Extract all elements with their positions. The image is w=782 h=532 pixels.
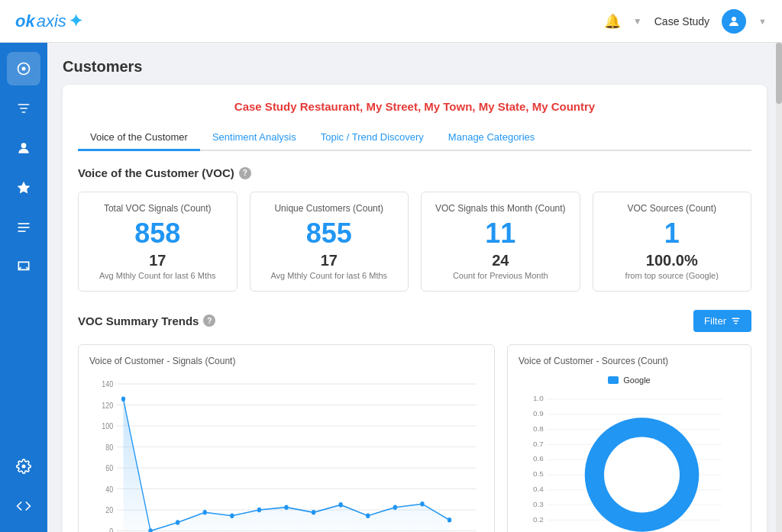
logo-axis: axis (37, 11, 66, 31)
app-logo: okaxis ✦ (15, 11, 82, 31)
metric-month-value: 11 (434, 218, 567, 249)
svg-rect-5 (18, 227, 30, 228)
svg-point-28 (203, 510, 207, 515)
svg-text:80: 80 (105, 443, 113, 452)
svg-text:140: 140 (102, 379, 113, 389)
svg-marker-24 (123, 398, 449, 530)
svg-text:0.7: 0.7 (533, 439, 544, 447)
legend-google-label: Google (623, 376, 650, 385)
restaurant-title: Case Study Restaurant, My Street, My Tow… (78, 100, 751, 113)
signals-chart-title: Voice of Customer - Signals (Count) (89, 356, 483, 366)
metric-unique-value: 855 (263, 218, 396, 249)
header-right: 🔔 ▼ Case Study ▼ (604, 9, 767, 34)
metric-unique-desc: Avg Mthly Count for last 6 Mths (263, 271, 396, 280)
main-content: Customers Case Study Restaurant, My Stre… (47, 43, 782, 532)
svg-point-2 (22, 67, 26, 71)
donut-chart-svg: 1.0 0.9 0.8 0.7 0.6 0.5 0.4 0.3 0.2 0.1 … (519, 391, 740, 532)
sidebar-item-filter[interactable] (7, 92, 40, 125)
svg-text:20: 20 (105, 505, 113, 514)
sidebar-item-settings[interactable] (7, 450, 40, 483)
svg-point-32 (312, 510, 315, 515)
case-study-label: Case Study (654, 15, 709, 27)
svg-text:0.4: 0.4 (533, 485, 544, 493)
svg-point-27 (176, 520, 179, 525)
svg-text:1.0: 1.0 (533, 394, 544, 402)
svg-text:0.8: 0.8 (533, 424, 544, 432)
svg-point-30 (257, 507, 261, 512)
svg-text:120: 120 (102, 401, 113, 410)
sidebar-item-messages[interactable] (7, 250, 40, 284)
sidebar-item-dashboard[interactable] (7, 52, 40, 85)
svg-point-36 (420, 501, 424, 507)
content-card: Case Study Restaurant, My Street, My Tow… (63, 85, 767, 532)
metric-total-voc-value: 858 (91, 218, 225, 249)
line-chart-svg: 140 120 100 80 60 40 20 0 (89, 376, 483, 532)
help-icon[interactable]: ? (239, 167, 251, 179)
metrics-row: Total VOC Signals (Count) 858 17 Avg Mth… (78, 192, 751, 292)
metric-voc-month: VOC Signals this Month (Count) 11 24 Cou… (421, 192, 580, 292)
metric-sources-label: VOC Sources (Count) (606, 203, 739, 214)
svg-text:0.2: 0.2 (533, 514, 544, 523)
donut-chart-container: 1.0 0.9 0.8 0.7 0.6 0.5 0.4 0.3 0.2 0.1 … (519, 391, 740, 532)
sidebar (0, 43, 47, 532)
svg-point-35 (393, 505, 397, 510)
svg-rect-4 (18, 223, 30, 224)
user-avatar[interactable] (722, 9, 746, 34)
metric-sources-value: 1 (606, 218, 739, 249)
svg-point-34 (366, 513, 370, 518)
voc-section-title: Voice of the Customer (VOC) ? (78, 166, 751, 179)
svg-point-0 (732, 17, 736, 21)
scrollbar-track[interactable] (776, 43, 782, 532)
bell-icon[interactable]: 🔔 (604, 13, 621, 30)
svg-text:60: 60 (105, 463, 113, 472)
filter-button[interactable]: Filter (693, 310, 751, 332)
voc-summary-help-icon[interactable]: ? (203, 314, 215, 327)
voc-summary-header: VOC Summary Trends ? Filter (78, 310, 751, 332)
signals-chart-card: Voice of Customer - Signals (Count) 14 (78, 344, 495, 532)
donut-legend: Google (519, 376, 740, 385)
page-title: Customers (63, 58, 767, 76)
sources-chart-title: Voice of Customer - Sources (Count) (519, 356, 740, 366)
svg-text:100: 100 (102, 421, 113, 430)
metric-unique-customers: Unique Customers (Count) 855 17 Avg Mthl… (250, 192, 409, 292)
svg-point-25 (121, 396, 125, 401)
metric-sources-sub: 100.0% (606, 252, 739, 269)
scrollbar-thumb[interactable] (776, 43, 782, 104)
sidebar-item-favorites[interactable] (7, 171, 40, 205)
svg-point-3 (21, 143, 27, 148)
metric-sources-desc: from top source (Google) (606, 271, 739, 280)
svg-text:0.5: 0.5 (533, 469, 544, 478)
svg-point-7 (22, 465, 26, 469)
tab-manage-categories[interactable]: Manage Categories (436, 125, 547, 151)
svg-point-37 (448, 517, 451, 522)
svg-text:0.3: 0.3 (533, 499, 544, 508)
tabs: Voice of the Customer Sentiment Analysis… (78, 125, 751, 151)
metric-month-sub: 24 (434, 252, 567, 269)
metric-month-desc: Count for Previous Month (434, 271, 567, 280)
metric-unique-label: Unique Customers (Count) (263, 203, 396, 214)
voc-summary-title: VOC Summary Trends ? (78, 314, 215, 327)
metric-month-label: VOC Signals this Month (Count) (434, 203, 567, 214)
metric-total-voc-sub: 17 (91, 252, 225, 269)
metric-voc-sources: VOC Sources (Count) 1 100.0% from top so… (593, 192, 752, 292)
svg-point-33 (339, 502, 343, 508)
svg-text:0.9: 0.9 (533, 409, 544, 418)
sidebar-item-user[interactable] (7, 131, 40, 165)
legend-google-color (608, 376, 619, 384)
sidebar-item-list[interactable] (7, 211, 40, 244)
sources-chart-card: Voice of Customer - Sources (Count) Goog… (507, 344, 751, 532)
line-chart-container: 140 120 100 80 60 40 20 0 (89, 376, 483, 532)
metric-total-voc-label: Total VOC Signals (Count) (91, 203, 225, 214)
svg-text:0: 0 (109, 527, 113, 532)
tab-topic-trend[interactable]: Topic / Trend Discovery (309, 125, 436, 151)
tab-sentiment[interactable]: Sentiment Analysis (200, 125, 309, 151)
svg-text:0.6: 0.6 (533, 454, 544, 463)
metric-total-voc-desc: Avg Mthly Count for last 6 Mths (91, 271, 225, 280)
logo-ok: ok (15, 11, 35, 31)
svg-point-29 (230, 513, 234, 518)
sidebar-item-dev[interactable] (7, 489, 40, 523)
charts-row: Voice of Customer - Signals (Count) 14 (78, 344, 751, 532)
metric-total-voc: Total VOC Signals (Count) 858 17 Avg Mth… (78, 192, 238, 292)
tab-voice-customer[interactable]: Voice of the Customer (78, 125, 200, 151)
svg-rect-6 (18, 231, 26, 232)
